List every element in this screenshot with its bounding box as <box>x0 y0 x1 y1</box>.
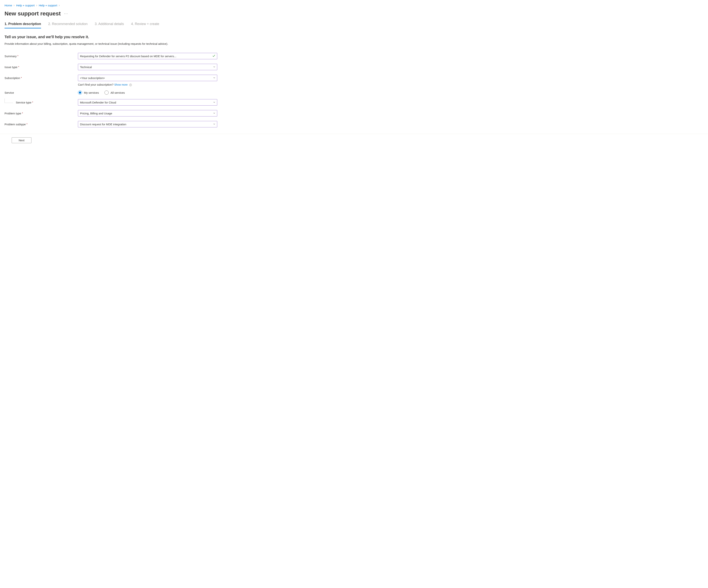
form-row-service-type: Service type * Microsoft Defender for Cl… <box>4 99 704 105</box>
show-more-link[interactable]: Show more <box>114 83 128 86</box>
tab-recommended-solution[interactable]: 2. Recommended solution <box>48 22 88 28</box>
chevron-right-icon <box>36 4 38 6</box>
subscription-label: Subscription <box>4 76 20 80</box>
problem-type-dropdown[interactable]: Pricing, Billing and Usage <box>78 110 217 117</box>
required-asterisk: * <box>32 101 33 104</box>
section-description: Provide information about your billing, … <box>4 42 212 46</box>
breadcrumb-link-help-support-1[interactable]: Help + support <box>16 4 35 7</box>
radio-all-services[interactable]: All services <box>105 91 125 95</box>
chevron-right-icon <box>13 4 15 6</box>
service-type-dropdown[interactable]: Microsoft Defender for Cloud <box>78 99 217 105</box>
tree-indent-line <box>4 98 13 103</box>
form-row-problem-type: Problem type * Pricing, Billing and Usag… <box>4 110 704 117</box>
issue-type-label: Issue type <box>4 65 17 69</box>
footer: Next <box>4 134 704 147</box>
problem-type-label: Problem type <box>4 112 21 115</box>
form-row-problem-subtype: Problem subtype * Discount request for M… <box>4 121 704 127</box>
radio-my-services[interactable]: My services <box>78 91 99 95</box>
radio-circle-unchecked <box>105 91 109 95</box>
page-title-row: New support request ··· <box>4 10 704 17</box>
problem-subtype-label: Problem subtype <box>4 123 26 126</box>
radio-circle-checked <box>78 91 82 95</box>
form-row-issue-type: Issue type * Technical <box>4 64 704 70</box>
wizard-tabs: 1. Problem description 2. Recommended so… <box>4 22 704 28</box>
problem-subtype-dropdown[interactable]: Discount request for MDE integration <box>78 121 217 127</box>
subscription-hint-text: Can't find your subscription? <box>78 83 114 86</box>
form-row-subscription: Subscription * <Your subscription> <box>4 75 704 81</box>
next-button[interactable]: Next <box>12 137 31 143</box>
issue-type-dropdown[interactable]: Technical <box>78 64 217 70</box>
breadcrumb-link-help-support-2[interactable]: Help + support <box>39 4 57 7</box>
subscription-hint-row: Can't find your subscription? Show more <box>4 83 704 86</box>
breadcrumb-link-home[interactable]: Home <box>4 4 12 7</box>
service-radio-group: My services All services <box>78 91 217 95</box>
summary-input[interactable] <box>78 53 217 59</box>
tab-additional-details[interactable]: 3. Additional details <box>95 22 124 28</box>
tab-problem-description[interactable]: 1. Problem description <box>4 22 41 28</box>
required-asterisk: * <box>27 123 28 126</box>
required-asterisk: * <box>21 76 22 80</box>
breadcrumb: Home Help + support Help + support <box>4 4 704 7</box>
radio-all-services-label: All services <box>111 91 125 94</box>
form-row-summary: Summary * <box>4 53 704 59</box>
required-asterisk: * <box>22 112 23 115</box>
subscription-dropdown[interactable]: <Your subscription> <box>78 75 217 81</box>
required-asterisk: * <box>18 65 19 68</box>
required-asterisk: * <box>17 55 18 58</box>
service-type-label: Service type <box>16 101 31 104</box>
service-label: Service <box>4 91 14 94</box>
svg-point-2 <box>130 84 131 85</box>
radio-my-services-label: My services <box>84 91 99 94</box>
chevron-right-icon <box>58 4 60 6</box>
info-icon[interactable] <box>129 83 132 86</box>
form-row-service: Service My services All services <box>4 91 704 95</box>
more-actions-button[interactable]: ··· <box>63 12 69 16</box>
page-title: New support request <box>4 10 61 17</box>
tab-review-create[interactable]: 4. Review + create <box>131 22 159 28</box>
section-title: Tell us your issue, and we'll help you r… <box>4 35 704 39</box>
summary-label: Summary <box>4 55 17 58</box>
